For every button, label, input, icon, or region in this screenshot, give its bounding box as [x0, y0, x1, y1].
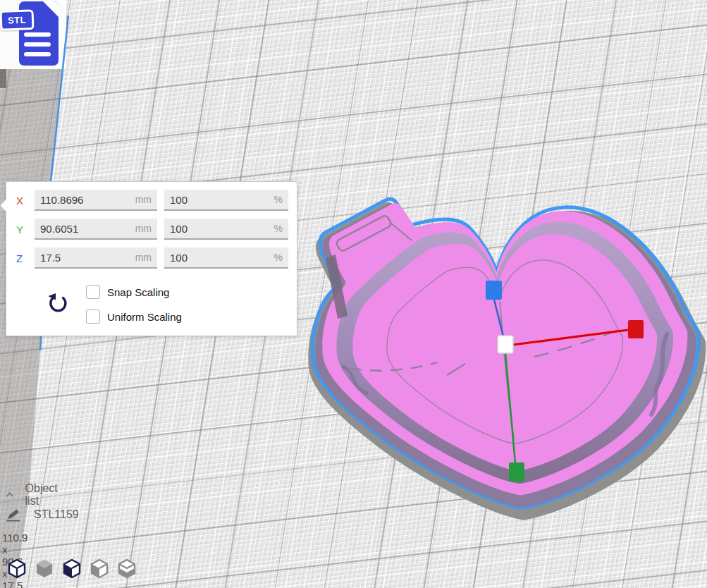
uniform-scaling-label: Uniform Scaling [107, 311, 182, 323]
page-fold-corner [43, 1, 59, 17]
stl-file-icon: STL [0, 0, 68, 71]
uniform-scaling-row: Uniform Scaling [86, 310, 182, 324]
x-size-value: 110.8696 [40, 194, 135, 206]
z-percent-input[interactable]: 100 % [164, 247, 288, 269]
z-size-unit: mm [135, 252, 152, 263]
chevron-up-icon [6, 491, 14, 499]
pencil-icon [6, 508, 23, 522]
y-percent-unit: % [274, 223, 283, 234]
axis-label-z: Z [16, 252, 29, 264]
x-size-input[interactable]: 110.8696 mm [35, 190, 157, 211]
x-percent-unit: % [274, 194, 283, 205]
cube-bottom-solid-icon[interactable] [90, 558, 109, 580]
scale-row-z: Z 17.5 mm 100 % [16, 247, 288, 269]
scale-row-y: Y 90.6051 mm 100 % [16, 219, 288, 240]
z-percent-value: 100 [170, 252, 274, 264]
axis-label-x: X [16, 195, 29, 207]
scale-options: Snap Scaling Uniform Scaling [6, 285, 297, 341]
object-list-header[interactable]: Object list [6, 482, 61, 508]
cube-front-solid-icon[interactable] [62, 558, 82, 580]
axis-label-y: Y [16, 223, 29, 235]
model-heart-mold[interactable] [308, 199, 706, 520]
uniform-scaling-checkbox[interactable] [86, 310, 100, 324]
reset-scale-button[interactable] [46, 290, 70, 314]
scale-row-x: X 110.8696 mm 100 % [16, 190, 288, 211]
snap-scaling-label: Snap Scaling [107, 286, 169, 298]
stl-badge-label: STL [8, 15, 27, 26]
object-list-item[interactable]: STL1159 [6, 508, 79, 522]
x-percent-value: 100 [170, 194, 274, 206]
rotate-ccw-icon [46, 290, 70, 314]
view-mode-toolbar [7, 558, 137, 580]
cube-layers-icon[interactable] [117, 558, 137, 580]
object-list-title: Object list [25, 482, 61, 508]
y-percent-input[interactable]: 100 % [164, 219, 288, 240]
z-size-value: 17.5 [40, 252, 135, 264]
scale-tool-panel: X 110.8696 mm 100 % Y 90.6051 mm 100 % Z… [6, 181, 297, 336]
z-size-input[interactable]: 17.5 mm [35, 247, 157, 269]
scale-handle-x[interactable] [628, 320, 644, 338]
y-percent-value: 100 [170, 223, 274, 235]
stl-badge: STL [0, 9, 34, 31]
object-name: STL1159 [34, 508, 79, 521]
y-size-value: 90.6051 [40, 223, 135, 235]
cube-solid-icon[interactable] [35, 558, 54, 580]
scale-handle-z[interactable] [486, 281, 502, 300]
z-percent-unit: % [274, 252, 283, 263]
scale-handle-y[interactable] [509, 463, 524, 482]
snap-scaling-row: Snap Scaling [86, 285, 169, 299]
cube-outline-icon[interactable] [7, 558, 27, 580]
scale-handle-center[interactable] [498, 336, 513, 353]
x-percent-input[interactable]: 100 % [164, 190, 288, 211]
y-size-input[interactable]: 90.6051 mm [35, 219, 157, 240]
y-size-unit: mm [135, 223, 152, 234]
snap-scaling-checkbox[interactable] [86, 285, 100, 299]
x-size-unit: mm [135, 194, 152, 205]
